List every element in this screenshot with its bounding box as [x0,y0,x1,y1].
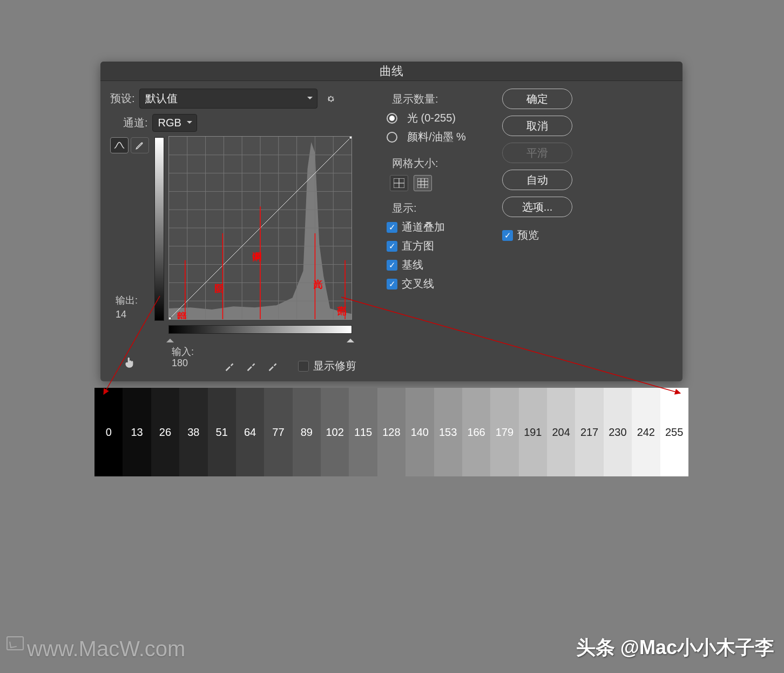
preview-label: 预览 [517,228,539,243]
input-value: 180 [172,358,188,369]
gray-cell: 89 [293,388,321,476]
radio-ink[interactable] [387,132,397,143]
svg-rect-20 [349,137,352,139]
output-label: 输出: [116,294,138,307]
auto-button[interactable]: 自动 [502,170,572,190]
output-value: 14 [116,309,126,320]
display-amount-label: 显示数量: [392,92,492,106]
watermark-right: 头条 @Mac小小木子李 [576,635,774,661]
channel-label: 通道: [123,116,148,130]
gray-cell: 153 [434,388,462,476]
input-label: 输入: [172,345,194,358]
eyedropper-white-icon[interactable] [267,360,279,372]
gray-cell: 64 [236,388,264,476]
gray-cell: 115 [349,388,377,476]
watermark-left: www.MacW.com [27,637,185,661]
chk-baseline-label: 基线 [402,258,423,272]
smooth-button[interactable]: 平滑 [502,143,572,163]
input-gradient [168,325,352,334]
gray-cell: 102 [321,388,349,476]
show-clipping-checkbox[interactable] [298,361,309,372]
gray-cell: 77 [264,388,292,476]
preview-checkbox[interactable]: ✓ [502,230,513,241]
action-buttons-panel: 确定 取消 平滑 自动 选项... ✓ 预览 [502,89,572,374]
channel-select[interactable]: RGB [152,114,197,132]
ok-button[interactable]: 确定 [502,89,572,109]
radio-light-label: 光 (0-255) [407,111,456,125]
preset-value: 默认值 [145,91,178,106]
gray-cell: 13 [123,388,151,476]
gray-cell: 26 [151,388,179,476]
watermark-icon [6,636,24,650]
gear-icon[interactable] [326,94,336,104]
gray-cell: 179 [490,388,518,476]
chk-cross[interactable]: ✓ [387,279,397,290]
grid-large-button[interactable] [414,175,432,191]
grayscale-strip: 0132638516477891021151281401531661791912… [94,388,688,476]
gray-cell: 191 [519,388,547,476]
gray-cell: 51 [208,388,236,476]
channel-value: RGB [158,117,181,129]
gray-cell: 128 [377,388,405,476]
targeted-adjust-icon[interactable] [123,355,137,372]
cancel-button[interactable]: 取消 [502,116,572,136]
gray-cell: 255 [660,388,688,476]
eyedropper-black-icon[interactable] [224,360,235,372]
pencil-tool-button[interactable] [131,137,149,153]
grid-size-label: 网格大小: [392,156,492,171]
gray-cell: 0 [94,388,123,476]
preset-label: 预设: [110,91,135,106]
gray-cell: 230 [604,388,632,476]
curve-grid[interactable]: 暗部 阴影 中间调 高光 亮部 [168,136,352,320]
chk-baseline[interactable]: ✓ [387,260,397,271]
chk-histogram-label: 直方图 [402,239,434,253]
curves-left-panel: 预设: 默认值 通道: RGB [110,89,375,374]
white-point-slider[interactable] [347,335,354,342]
radio-ink-label: 颜料/油墨 % [407,130,466,144]
gray-cell: 242 [632,388,660,476]
preset-select[interactable]: 默认值 [139,89,317,109]
output-gradient [154,137,164,321]
show-label: 显示: [392,201,492,216]
black-point-slider[interactable] [166,335,174,342]
gray-cell: 217 [575,388,603,476]
chk-channel-overlay[interactable]: ✓ [387,222,397,233]
chk-histogram[interactable]: ✓ [387,241,397,252]
display-options-panel: 显示数量: 光 (0-255) 颜料/油墨 % 网格大小: 显示: ✓ [384,89,492,374]
gray-cell: 166 [462,388,490,476]
curve-tool-button[interactable] [110,137,129,153]
chk-cross-label: 交叉线 [402,277,434,291]
svg-rect-19 [169,317,171,319]
eyedropper-gray-icon[interactable] [245,360,257,372]
svg-rect-29 [417,178,428,188]
gray-cell: 38 [179,388,207,476]
options-button[interactable]: 选项... [502,197,572,217]
grid-small-button[interactable] [390,175,408,191]
radio-light[interactable] [387,113,397,124]
chk-channel-overlay-label: 通道叠加 [402,220,445,234]
dialog-title: 曲线 [100,62,682,81]
show-clipping-label: 显示修剪 [313,359,356,373]
gray-cell: 204 [547,388,575,476]
gray-cell: 140 [405,388,434,476]
curves-dialog: 曲线 预设: 默认值 通道: RGB [100,62,682,381]
